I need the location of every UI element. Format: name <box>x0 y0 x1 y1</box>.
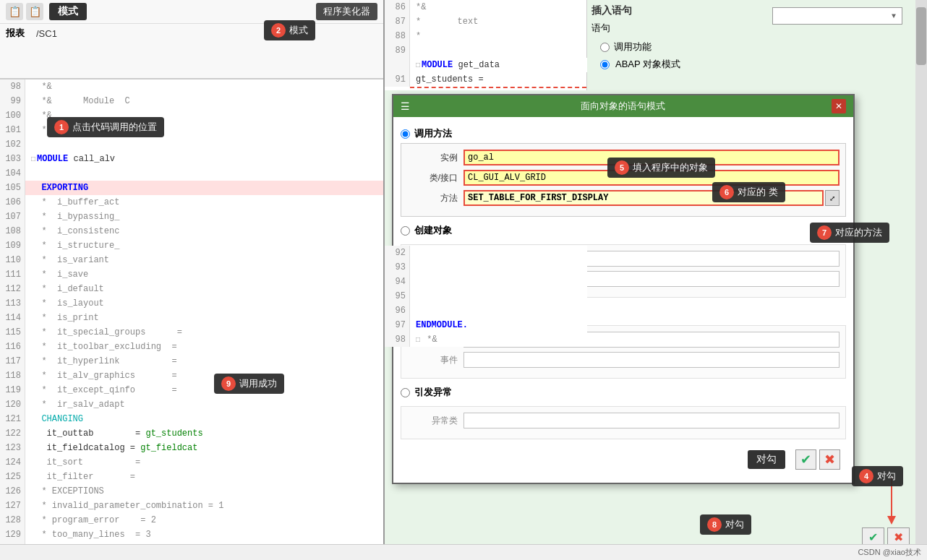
scrollbar[interactable] <box>915 0 927 560</box>
create-object-label: 创建对象 <box>414 224 452 237</box>
raise-exception-label: 引发异常 <box>414 386 452 399</box>
call-method-radio[interactable] <box>401 129 410 139</box>
dialog-header: ☰ 面向对象的语句模式 ✕ <box>393 95 853 117</box>
annotation-4: 4 对勾 <box>852 466 903 486</box>
toolbar: 📋 📋 模式 程序美化器 报表 /SC1 <box>0 0 383 79</box>
code-line: 117 * it_hyperlink = <box>0 354 383 369</box>
instance-label: 实例 <box>407 152 458 164</box>
code-line: 113 * is_layout <box>0 296 383 311</box>
mini-code-line: 89 <box>385 43 586 58</box>
radio-call-func: 调用功能 <box>591 38 913 56</box>
toolbar-row1: 📋 📋 模式 程序美化器 <box>0 0 383 24</box>
event-name-label: 事件 <box>407 354 458 366</box>
method-label: 方法 <box>407 192 458 204</box>
mini-code-line: 87 * text <box>385 14 586 29</box>
annotation-6: 6 对应的 类 <box>712 182 785 202</box>
mini-code-line: 88 * <box>385 29 586 43</box>
code-line: 116 * it_toolbar_excluding = <box>0 340 383 354</box>
code-line: 104 <box>0 166 383 181</box>
credit-text: CSDN @xiao技术 <box>858 547 921 558</box>
confirm-button[interactable]: ✔ <box>795 449 816 470</box>
dialog-close-button[interactable]: ✕ <box>832 99 846 113</box>
code-line: 125 it_filter = <box>0 470 383 484</box>
code-line: 120 * ir_salv_adapt <box>0 397 383 412</box>
code-line: 112 * i_default <box>0 282 383 296</box>
annotation-8: 8 对勾 <box>700 514 751 535</box>
annotation-9: 9 调用成功 <box>214 374 284 394</box>
code-line: 111 * i_save <box>0 267 383 282</box>
toolbar-icon-2[interactable]: 📋 <box>26 3 43 20</box>
bottom-bar: CSDN @xiao技术 <box>0 544 927 560</box>
beautifier-label[interactable]: 程序美化器 <box>316 3 377 20</box>
tab-path[interactable]: /SC1 <box>36 28 57 39</box>
code-line: 119 * it_except_qinfo = <box>0 383 383 397</box>
module-line: □MODULE get_data <box>385 58 587 72</box>
scrollbar-thumb[interactable] <box>916 7 926 65</box>
raise-exception-radio-row: 引发异常 <box>401 383 846 402</box>
code-line-highlighted: 105 EXPORTING <box>0 181 383 195</box>
toolbar-row2: 报表 /SC1 <box>0 24 383 43</box>
dialog-title-icon: ☰ <box>401 100 410 112</box>
call-method-section: 实例 类/接口 方法 ⤢ <box>401 143 846 217</box>
insert-panel: 插入语句 语句 调用功能 ABAP 对象模式 3 对象模式 ▼ <box>587 0 917 94</box>
exception-class-input[interactable] <box>464 413 840 428</box>
code-line: 106 * i_buffer_act <box>0 195 383 210</box>
right-panel: 86 *& 87 * text 88 * 89 90 91 gt_student… <box>383 0 927 560</box>
code-line: 102 <box>0 137 383 152</box>
code-line: 129 * too_many_lines = 3 <box>0 527 383 542</box>
code-line: 108 * i_consistenc <box>0 224 383 238</box>
dialog-title-text: 面向对象的语句模式 <box>581 100 665 113</box>
mini-code-line: 91 gt_students = <box>385 72 586 87</box>
call-method-radio-row: 调用方法 <box>401 124 846 143</box>
code-line: 115 * it_special_groups = <box>0 325 383 340</box>
code-line: 123 it_fieldcatalog = gt_fieldcat <box>0 441 383 455</box>
code-line: 122 it_outtab = gt_students <box>0 426 383 441</box>
code-line: 109 * i_structure_ <box>0 238 383 253</box>
code-line: 124 it_sort = <box>0 455 383 470</box>
code-line: 128 * program_error = 2 <box>0 513 383 527</box>
create-object-radio[interactable] <box>401 226 410 236</box>
method-expand-button[interactable]: ⤢ <box>825 190 840 206</box>
code-editor: 📋 📋 模式 程序美化器 报表 /SC1 98 *& 99 *& Module … <box>0 0 383 560</box>
code-line: 103 □MODULE call_alv <box>0 152 383 166</box>
mode-label[interactable]: 模式 <box>49 3 87 20</box>
dropdown-select[interactable]: ▼ <box>772 7 902 25</box>
code-line: 99 *& Module C <box>0 94 383 108</box>
cursor-line <box>410 87 586 90</box>
tab-report[interactable]: 报表 <box>6 27 25 40</box>
annotation-7: 7 对应的方法 <box>810 223 889 243</box>
toolbar-icon-1[interactable]: 📋 <box>6 3 23 20</box>
code-line: 110 * is_variant <box>0 253 383 267</box>
call-method-label: 调用方法 <box>414 127 452 140</box>
exception-class-row: 异常类 <box>407 413 840 428</box>
dialog-bottom-row: 对勾 ✔ ✖ <box>401 444 846 475</box>
annotation-5: 5 填入程序中的对象 <box>607 158 715 178</box>
cancel-button[interactable]: ✖ <box>819 449 840 470</box>
raise-exception-section: 异常类 <box>401 406 846 439</box>
class-label: 类/接口 <box>407 172 458 184</box>
dropdown-arrow-icon: ▼ <box>892 12 896 20</box>
raise-exception-radio[interactable] <box>401 388 410 397</box>
exception-class-label: 异常类 <box>407 415 458 427</box>
code-line: 126 * EXCEPTIONS <box>0 484 383 499</box>
code-line: 118 * it_alv_graphics = <box>0 369 383 383</box>
confirm-label: 对勾 <box>748 450 785 469</box>
event-name-row: 事件 <box>407 352 840 368</box>
event-input[interactable] <box>464 352 840 368</box>
abap-radio-label: ABAP 对象模式 <box>615 58 680 71</box>
mini-code-panel: 86 *& 87 * text 88 * 89 90 91 gt_student… <box>385 0 587 90</box>
code-line: 127 * invalid_parameter_combination = 1 <box>0 499 383 513</box>
annotation-1: 1 点击代码调用的位置 <box>47 117 164 137</box>
radio-abap-row: ABAP 对象模式 3 对象模式 <box>591 56 913 72</box>
code-area: 98 *& 99 *& Module C 100 *& 101 * text 1… <box>0 79 383 560</box>
code-line: 98 *& <box>0 79 383 94</box>
code-line: 121 CHANGING <box>0 412 383 426</box>
code-line: 114 * is_print <box>0 311 383 325</box>
mini-code-line: 86 *& <box>385 0 586 14</box>
endmodule-area: 92 93 94 95 96 97 ENDMODULE. 98 □ *& <box>385 246 587 347</box>
annotation-2: 2 模式 <box>264 20 315 40</box>
toolbar-icons: 📋 📋 <box>6 3 43 20</box>
create-object-radio-row: 创建对象 <box>401 221 846 240</box>
code-line: 107 * i_bypassing_ <box>0 210 383 224</box>
